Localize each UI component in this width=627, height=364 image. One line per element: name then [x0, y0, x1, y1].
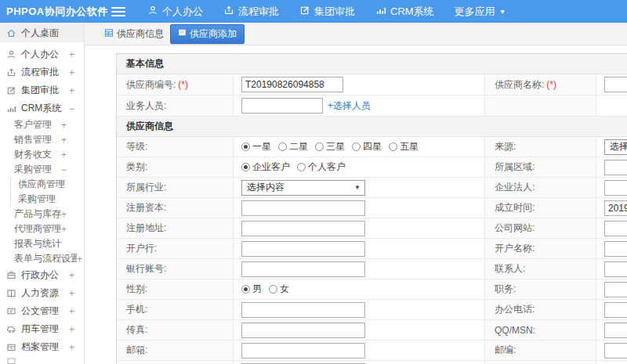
nav-personal-office[interactable]: 个人办公 [147, 5, 203, 19]
radio-grade-4[interactable]: 四星 [352, 140, 382, 153]
radio-icon[interactable] [241, 142, 250, 151]
radio-category-company[interactable]: 企业客户 [241, 160, 290, 174]
radio-gender-male[interactable]: 男 [241, 283, 262, 296]
sidebar-item-admin-office[interactable]: 行政办公 + [0, 266, 84, 284]
radio-grade-2[interactable]: 二星 [278, 140, 308, 153]
source-select[interactable]: 选择内容▼ [604, 139, 627, 155]
legal-person-input[interactable] [604, 180, 627, 196]
sidebar-item-reports-stats[interactable]: 报表与统计 [0, 236, 84, 251]
radio-icon[interactable] [241, 163, 250, 171]
sidebar-item-doc-mgmt[interactable]: 公文管理 + [0, 302, 84, 320]
radio-icon[interactable] [297, 163, 306, 171]
job-title-input[interactable] [604, 282, 627, 297]
sidebar-item-finance[interactable]: 财务收支 + [0, 147, 84, 162]
sidebar-item-crm-system[interactable]: CRM系统 − [0, 99, 84, 117]
form-row: 地址: [117, 361, 627, 364]
label-text: 业务人员: [126, 99, 166, 113]
field-label [485, 96, 596, 116]
edit-icon [299, 5, 310, 18]
field-label: 开户行: [117, 239, 234, 258]
form-row: 类别: 企业客户 个人客户 所属区域: [117, 157, 627, 178]
nav-label: 个人办公 [162, 5, 203, 19]
sidebar-item-label: CRM系统 [21, 102, 69, 115]
sidebar-item-personal-desktop[interactable]: 个人桌面 [0, 24, 84, 42]
sidebar-item-workflow-approval[interactable]: 流程审批 + [0, 63, 84, 81]
sidebar: 个人桌面 个人办公 + 流程审批 + 集团审批 + CRM系统 − [0, 23, 85, 364]
briefcase-icon [6, 270, 16, 280]
expand-plus-icon: + [61, 135, 67, 146]
form-row: 银行账号: 联系人: [117, 259, 627, 279]
established-date-input[interactable] [604, 200, 627, 216]
caret-down-icon: ▾ [501, 7, 505, 16]
nav-group-approval[interactable]: 集团审批 [299, 5, 355, 19]
radio-icon[interactable] [315, 142, 324, 151]
sidebar-item-partial[interactable] [0, 356, 84, 364]
account-name-input[interactable] [604, 241, 627, 257]
sidebar-item-label: 个人桌面 [21, 27, 74, 40]
industry-select[interactable]: 选择内容▼ [241, 180, 365, 196]
sidebar-item-label: 客户管理 [14, 118, 61, 132]
sidebar-item-supplier-mgmt[interactable]: 供应商管理 [10, 177, 84, 192]
staff-input[interactable] [241, 98, 323, 114]
mobile-input[interactable] [241, 302, 365, 318]
sidebar-item-group-approval[interactable]: 集团审批 + [0, 81, 84, 99]
sidebar-item-hr[interactable]: 人力资源 + [0, 284, 84, 302]
postcode-input[interactable] [604, 343, 627, 359]
sidebar-item-label: 公文管理 [21, 305, 69, 318]
sidebar-item-purchasing[interactable]: 采购管理 [10, 192, 84, 207]
radio-label: 企业客户 [252, 160, 290, 174]
email-input[interactable] [241, 343, 365, 359]
radio-grade-5[interactable]: 五星 [389, 140, 419, 153]
sidebar-item-purchase-mgmt[interactable]: 采购管理 − [0, 162, 84, 177]
sidebar-item-customer-mgmt[interactable]: 客户管理 + [0, 117, 84, 132]
radio-icon[interactable] [352, 142, 361, 151]
field-label: 注册地址: [117, 218, 234, 238]
field-label: 开户名称: [485, 239, 596, 258]
chart-icon [6, 103, 16, 114]
bank-input[interactable] [241, 241, 365, 257]
supplier-name-input[interactable] [604, 77, 627, 92]
sidebar-item-form-flow-settings[interactable]: 表单与流程设置 + [0, 251, 84, 266]
tab-supplier-info[interactable]: 供应商信息 [104, 27, 164, 41]
form-row: 注册资本: 成立时间: [117, 198, 627, 218]
radio-icon[interactable] [269, 285, 277, 294]
office-phone-input[interactable] [604, 302, 627, 318]
menu-toggle-icon[interactable] [111, 7, 125, 16]
contact-person-input[interactable] [604, 261, 627, 277]
required-mark: (*) [546, 79, 556, 90]
nav-more-apps[interactable]: 更多应用 ▾ [455, 5, 505, 19]
sidebar-item-label: 报表与统计 [14, 237, 67, 250]
sidebar-item-product-stock[interactable]: 产品与库存 + [0, 207, 84, 222]
nav-workflow-approval[interactable]: 流程审批 [223, 5, 279, 19]
field-label: 公司网站: [485, 218, 596, 238]
sidebar-item-sales-mgmt[interactable]: 销售管理 + [0, 132, 84, 147]
fax-input[interactable] [241, 323, 365, 338]
radio-label: 三星 [326, 140, 345, 153]
form-row: 等级: 一星 二星 三星 四星 五星 来源: 选择内容▼ [117, 137, 627, 157]
tab-supplier-add[interactable]: 供应商添加 [170, 24, 245, 44]
sidebar-item-agent-mgmt[interactable]: 代理商管理 + [0, 222, 84, 236]
form-content: 基本信息 供应商编号:(*) 供应商名称:(*) [85, 45, 627, 364]
radio-icon[interactable] [278, 142, 287, 151]
supplier-code-input[interactable] [241, 77, 343, 92]
company-website-input[interactable] [604, 221, 627, 236]
qq-msn-input[interactable] [604, 323, 627, 338]
region-input[interactable] [604, 160, 627, 175]
sidebar-item-personal-office[interactable]: 个人办公 + [0, 45, 84, 63]
sidebar-item-vehicle-mgmt[interactable]: 用车管理 + [0, 320, 84, 338]
registered-address-input[interactable] [241, 221, 365, 236]
registered-capital-input[interactable] [241, 200, 365, 216]
nav-crm-system[interactable]: CRM系统 [375, 5, 434, 19]
radio-grade-3[interactable]: 三星 [315, 140, 345, 153]
chart-icon [375, 5, 386, 18]
expand-plus-icon: + [61, 209, 67, 220]
choose-person-link[interactable]: +选择人员 [328, 99, 371, 113]
radio-category-person[interactable]: 个人客户 [297, 160, 346, 174]
radio-icon[interactable] [241, 285, 250, 294]
radio-gender-female[interactable]: 女 [269, 283, 289, 296]
sidebar-item-archive-mgmt[interactable]: 档案管理 + [0, 338, 84, 356]
radio-label: 男 [252, 283, 262, 296]
bank-account-input[interactable] [241, 261, 365, 277]
radio-grade-1[interactable]: 一星 [241, 140, 271, 153]
radio-icon[interactable] [389, 142, 397, 151]
